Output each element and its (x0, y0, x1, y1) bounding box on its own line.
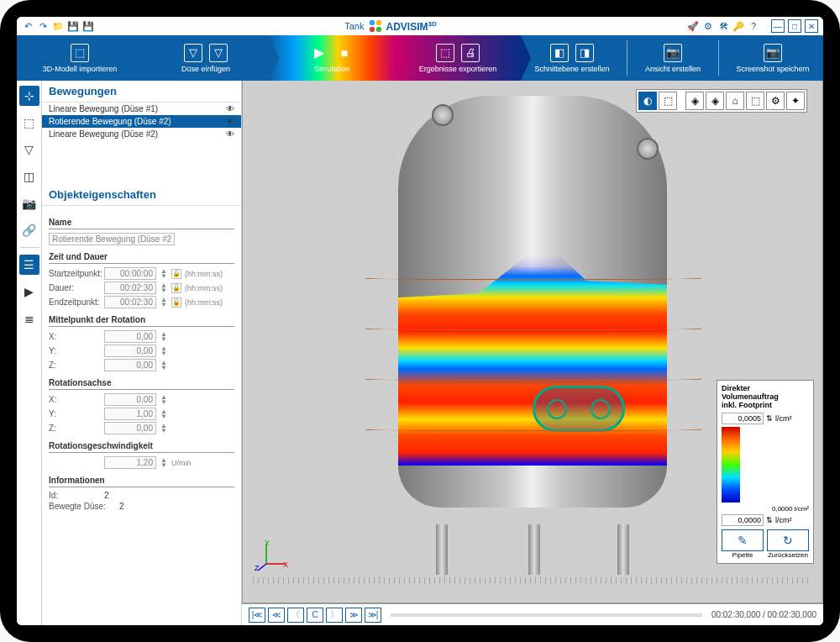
axis-gizmo: Y X Z (255, 539, 288, 572)
settings-icon[interactable]: ⚙ (702, 20, 714, 32)
list-item[interactable]: Lineare Bewegung (Düse #2)👁 (42, 128, 241, 140)
ay-input[interactable] (104, 408, 156, 420)
help-icon[interactable]: ? (748, 20, 759, 32)
eye-icon[interactable]: 👁 (226, 104, 234, 113)
forward-button[interactable]: ≫ (345, 608, 362, 623)
cube-import-icon: ⬚ (71, 44, 89, 62)
app-brand: ADVISIM3D (386, 20, 437, 33)
rail-tree-icon[interactable]: ⊹ (19, 86, 39, 106)
nozzle-fitting (637, 138, 659, 160)
pipette-button[interactable]: ✎ (722, 529, 764, 551)
ribbon-simulation[interactable]: ▶ ■ Simulation (269, 35, 395, 81)
end-input[interactable] (104, 296, 156, 308)
rail-play-icon[interactable]: ▶ (19, 282, 39, 302)
save-icon[interactable]: 💾 (67, 20, 79, 32)
name-label: Name (49, 218, 234, 229)
ribbon-import[interactable]: ⬚ 3D-Modell importieren (17, 35, 143, 81)
title-bar: ↶ ↷ 📁 💾 💾 Tank ADVISIM3D 🚀 ⚙ 🛠 🔑 ? — □ (17, 17, 823, 35)
view-gauge-icon[interactable]: ◐ (638, 92, 657, 110)
redo-icon[interactable]: ↷ (37, 20, 49, 32)
tank-leg (436, 524, 448, 575)
last-button[interactable]: ≫| (365, 608, 381, 623)
speed-input[interactable] (104, 456, 156, 469)
reset-button[interactable]: ↻ (767, 529, 809, 551)
eye-icon[interactable]: 👁 (226, 129, 234, 139)
color-gradient (722, 427, 740, 503)
camera-view-icon: 📷 (664, 44, 682, 62)
rail-props-icon[interactable]: ☰ (19, 255, 39, 275)
lock-icon[interactable]: 🔒 (171, 283, 181, 293)
prev-button[interactable]: 〈 (287, 608, 304, 623)
view-iso2-icon[interactable]: ◈ (706, 92, 724, 110)
rewind-button[interactable]: ≪ (268, 608, 285, 623)
maximize-button[interactable]: □ (788, 19, 801, 33)
canvas-3d[interactable]: ◐ ⬚ ◈ ◈ ⌂ ⬚ ⚙ ✦ Direkter Volumenauftragi… (242, 81, 823, 603)
ribbon-export[interactable]: ⬚ 🖨 Ergebnisse exportieren (395, 35, 521, 81)
legend-min-input[interactable] (722, 514, 764, 526)
view-fit-icon[interactable]: ⬚ (746, 92, 764, 110)
nozzle-fitting (432, 104, 454, 126)
ribbon-view[interactable]: 📷 Ansicht erstellen (645, 44, 701, 73)
side-panel: Bewegungen Lineare Bewegung (Düse #1)👁 R… (42, 81, 242, 625)
camera-shot-icon: 📷 (764, 44, 782, 62)
key-icon[interactable]: 🔑 (732, 20, 744, 32)
tools-icon[interactable]: 🛠 (717, 20, 729, 32)
time-heading: Zeit und Dauer (49, 252, 234, 264)
viewport: ◐ ⬚ ◈ ◈ ⌂ ⬚ ⚙ ✦ Direkter Volumenauftragi… (242, 81, 823, 625)
rail-cube-icon[interactable]: ⬚ (19, 113, 39, 133)
rail-list-icon[interactable]: ≣ (19, 308, 39, 329)
info-heading: Informationen (49, 476, 234, 487)
first-button[interactable]: |≪ (249, 608, 265, 623)
time-ruler (253, 577, 812, 584)
ribbon-cutplane[interactable]: ◧◨ Schnittebene erstellen (534, 44, 609, 73)
play-icon[interactable]: ▶ (310, 44, 328, 62)
cz-input[interactable] (104, 359, 156, 371)
eye-icon[interactable]: 👁 (226, 117, 234, 126)
view-cube-icon[interactable]: ⬚ (659, 92, 677, 110)
spray-path (360, 428, 705, 431)
close-button[interactable]: ✕ (805, 19, 818, 33)
undo-icon[interactable]: ↶ (22, 20, 34, 32)
view-iso1-icon[interactable]: ◈ (685, 92, 704, 110)
cx-input[interactable] (104, 330, 156, 343)
list-item[interactable]: Lineare Bewegung (Düse #1)👁 (42, 103, 241, 115)
minimize-button[interactable]: — (771, 19, 785, 33)
loop-button[interactable]: C (307, 608, 323, 623)
cy-input[interactable] (104, 345, 156, 357)
ribbon-nozzle[interactable]: ▽ ▽ Düse einfügen (143, 35, 269, 81)
save-as-icon[interactable]: 💾 (82, 20, 94, 32)
nozzle2-icon: ▽ (209, 44, 228, 62)
playbar: |≪ ≪ 〈 C 〉 ≫ ≫| 00:02:30,000 / 00:02:30,… (242, 603, 823, 625)
stop-icon[interactable]: ■ (335, 44, 354, 62)
speed-heading: Rotationsgeschwindigkeit (49, 441, 234, 453)
view-home-icon[interactable]: ⌂ (726, 92, 744, 110)
next-button[interactable]: 〉 (326, 608, 343, 623)
list-item[interactable]: Rotierende Bewegung (Düse #2)👁 (42, 115, 241, 128)
view-gear-icon[interactable]: ⚙ (766, 92, 785, 110)
ribbon-screenshot[interactable]: 📷 Screenshot speichern (737, 44, 810, 73)
tank-leg (617, 524, 629, 575)
center-heading: Mittelpunkt der Rotation (49, 315, 234, 327)
spray-path (360, 276, 705, 280)
start-input[interactable] (104, 267, 156, 280)
legend-max-input[interactable] (722, 413, 764, 424)
spray-path (360, 377, 705, 381)
rail-box-icon[interactable]: ◫ (19, 166, 39, 187)
lock-icon[interactable]: 🔒 (171, 269, 181, 279)
axis-heading: Rotationsachse (49, 378, 234, 390)
duration-input[interactable] (104, 282, 156, 294)
rocket-icon[interactable]: 🚀 (687, 20, 699, 32)
nozzle1-icon: ▽ (184, 44, 202, 62)
lock-icon[interactable]: 🔒 (171, 297, 181, 308)
cutplane1-icon: ◧ (550, 44, 569, 62)
tank-leg (528, 524, 540, 575)
ax-input[interactable] (104, 393, 156, 406)
rail-link-icon[interactable]: 🔗 (19, 220, 39, 240)
az-input[interactable] (104, 422, 156, 434)
rail-nozzle-icon[interactable]: ▽ (19, 139, 39, 160)
name-input[interactable] (49, 233, 175, 245)
view-star-icon[interactable]: ✦ (786, 92, 805, 110)
rail-camera-icon[interactable]: 📷 (19, 193, 39, 213)
open-icon[interactable]: 📁 (52, 20, 64, 32)
time-track[interactable] (391, 613, 702, 617)
